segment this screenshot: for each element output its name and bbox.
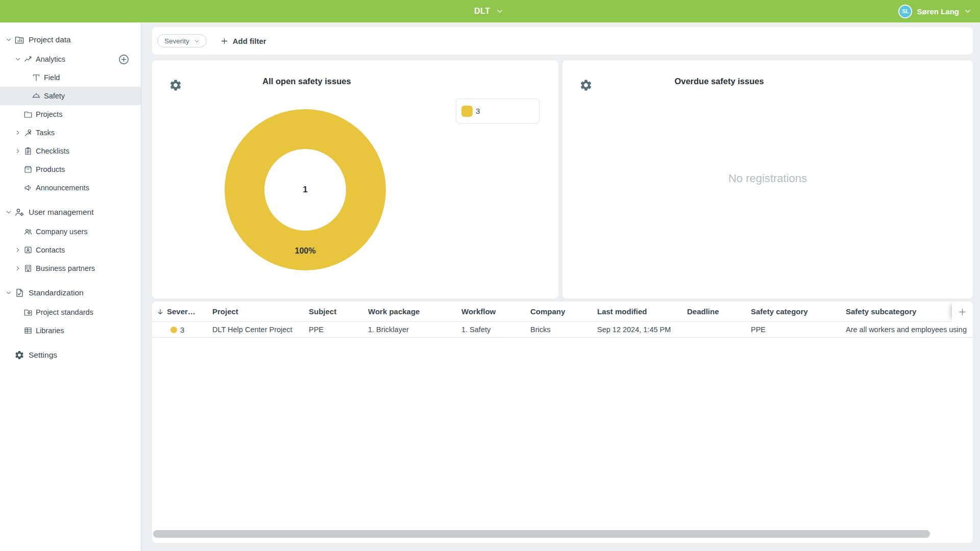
chevron-right-icon[interactable] <box>13 128 22 137</box>
column-header-company[interactable]: Company <box>530 307 597 316</box>
sidebar-item-label: Business partners <box>36 264 95 272</box>
sidebar-item-libraries[interactable]: Libraries <box>0 321 141 340</box>
chevron-spacer <box>13 110 22 119</box>
sidebar-item-label: Contacts <box>36 246 65 254</box>
donut-chart[interactable]: 1 100% <box>225 109 386 270</box>
column-header-sever[interactable]: Sever… <box>156 307 212 316</box>
field-icon <box>32 73 41 82</box>
chevron-down-icon[interactable] <box>4 208 13 217</box>
sidebar-item-settings[interactable]: Settings <box>0 345 141 365</box>
sidebar-item-user-management[interactable]: User management <box>0 202 141 222</box>
chevron-down-icon[interactable] <box>4 288 13 297</box>
column-header-last-modified[interactable]: Last modified <box>597 307 687 316</box>
projects-icon <box>23 110 33 119</box>
donut-percent-label: 100% <box>295 246 316 256</box>
sort-desc-icon <box>156 308 164 316</box>
chevron-spacer <box>13 165 22 174</box>
user-name: Søren Lang <box>917 7 959 16</box>
sidebar-item-label: User management <box>29 208 94 217</box>
horizontal-scrollbar[interactable] <box>153 530 930 538</box>
chevron-right-icon[interactable] <box>13 245 22 255</box>
chevron-spacer <box>4 350 13 360</box>
user-menu[interactable]: SL Søren Lang <box>898 0 972 22</box>
sidebar-item-tasks[interactable]: Tasks <box>0 123 141 142</box>
card-title: All open safety issues <box>152 77 461 86</box>
sidebar-item-project-standards[interactable]: Project standards <box>0 303 141 321</box>
chevron-down-icon[interactable] <box>4 35 13 44</box>
sidebar-item-label: Standardization <box>29 288 84 297</box>
card-overdue-safety-issues: Overdue safety issues No registrations <box>562 60 973 298</box>
column-header-deadline[interactable]: Deadline <box>687 307 751 316</box>
severity-filter-button[interactable]: Severity <box>157 34 207 47</box>
sidebar-item-checklists[interactable]: Checklists <box>0 142 141 160</box>
add-filter-button[interactable]: Add filter <box>220 37 266 45</box>
donut-center-value: 1 <box>303 185 307 195</box>
avatar: SL <box>898 5 912 18</box>
table-row[interactable]: 3DLT Help Center ProjectPPE1. Bricklayer… <box>152 322 973 338</box>
cell-sever: 3 <box>156 325 212 334</box>
sidebar-item-label: Analytics <box>36 55 65 63</box>
libraries-icon <box>23 326 33 335</box>
content-area: Severity Add filter All open safety issu… <box>141 22 980 551</box>
sidebar-item-analytics[interactable]: Analytics <box>0 50 141 68</box>
column-header-label: Last modified <box>597 307 647 316</box>
sidebar-item-contacts[interactable]: Contacts <box>0 241 141 259</box>
cards-row: All open safety issues 3 1 100% Over <box>152 60 973 298</box>
sidebar-item-label: Libraries <box>36 327 64 335</box>
project-standards-icon <box>23 308 33 317</box>
sidebar-item-business-partners[interactable]: Business partners <box>0 259 141 278</box>
chevron-down-icon[interactable] <box>13 55 22 64</box>
sidebar-item-products[interactable]: Products <box>0 160 141 179</box>
table-header-row: Sever…ProjectSubjectWork packageWorkflow… <box>152 302 973 322</box>
chevron-down-icon <box>496 7 504 15</box>
sidebar-item-projects[interactable]: Projects <box>0 105 141 123</box>
add-analytics-button[interactable] <box>118 54 130 65</box>
column-header-safety-category[interactable]: Safety category <box>751 307 846 316</box>
card-all-open-safety-issues: All open safety issues 3 1 100% <box>152 60 558 298</box>
business-partners-icon <box>23 264 33 273</box>
sidebar-item-project-data[interactable]: Project data <box>0 30 141 50</box>
sidebar-item-label: Checklists <box>36 147 69 155</box>
chevron-right-icon[interactable] <box>13 264 22 273</box>
sidebar-item-label: Company users <box>36 228 88 236</box>
sidebar-item-label: Project standards <box>36 308 93 316</box>
filter-bar: Severity Add filter <box>152 27 973 55</box>
sidebar-item-announcements[interactable]: Announcements <box>0 179 141 197</box>
sidebar-item-label: Settings <box>29 350 57 360</box>
card-title: Overdue safety issues <box>562 77 876 86</box>
sidebar-item-safety[interactable]: Safety <box>0 87 141 105</box>
column-header-label: Workflow <box>461 307 496 316</box>
chevron-right-icon[interactable] <box>13 146 22 156</box>
main-layout: Project dataAnalyticsFieldSafetyProjects… <box>0 22 980 551</box>
empty-state-text: No registrations <box>728 172 807 185</box>
cell-company: Bricks <box>530 325 597 334</box>
column-header-label: Subject <box>309 307 336 316</box>
column-header-work-package[interactable]: Work package <box>368 307 461 316</box>
sidebar-item-label: Products <box>36 165 65 173</box>
table-body: 3DLT Help Center ProjectPPE1. Bricklayer… <box>152 322 973 338</box>
chart-legend-item[interactable]: 3 <box>456 98 540 123</box>
column-header-workflow[interactable]: Workflow <box>461 307 530 316</box>
top-bar: DLT SL Søren Lang <box>0 0 980 22</box>
settings-icon <box>14 350 24 360</box>
cell-safety-subcategory: Are all workers and employees using <box>846 325 973 334</box>
column-header-subject[interactable]: Subject <box>309 307 368 316</box>
project-switcher[interactable]: DLT <box>474 0 504 22</box>
products-icon <box>23 165 33 174</box>
sidebar-item-standardization[interactable]: Standardization <box>0 283 141 303</box>
cell-safety-category: PPE <box>751 325 846 334</box>
sidebar-item-field[interactable]: Field <box>0 68 141 87</box>
chevron-spacer <box>13 308 22 317</box>
sidebar-item-label: Project data <box>29 35 71 44</box>
standardization-icon <box>14 288 24 298</box>
column-header-project[interactable]: Project <box>212 307 309 316</box>
legend-swatch <box>461 106 473 117</box>
plus-icon <box>220 37 229 45</box>
column-header-label: Project <box>212 307 238 316</box>
checklists-icon <box>23 146 33 156</box>
user-management-icon <box>14 207 24 217</box>
column-header-label: Deadline <box>687 307 719 316</box>
sidebar-item-company-users[interactable]: Company users <box>0 222 141 241</box>
add-column-button[interactable] <box>952 302 973 322</box>
chevron-spacer <box>13 183 22 192</box>
